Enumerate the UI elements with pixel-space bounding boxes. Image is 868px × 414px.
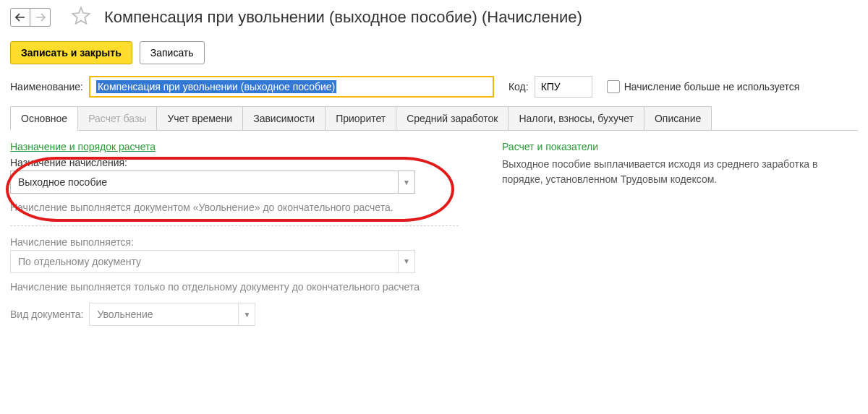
forward-button[interactable] [30, 8, 51, 27]
page-title: Компенсация при увольнении (выходное пос… [104, 8, 582, 27]
exec-label: Начисление выполняется: [10, 236, 459, 248]
doc-type-select[interactable]: Увольнение [89, 303, 238, 326]
tab-time[interactable]: Учет времени [156, 106, 243, 130]
save-button[interactable]: Записать [140, 41, 205, 64]
tab-desc[interactable]: Описание [644, 106, 712, 130]
section-purpose-title: Назначение и порядок расчета [10, 141, 459, 152]
code-input[interactable] [535, 76, 592, 98]
name-label: Наименование: [10, 81, 83, 92]
purpose-select[interactable]: Выходное пособие [10, 171, 398, 194]
exec-select[interactable]: По отдельному документу [10, 250, 398, 273]
doc-type-dropdown-icon[interactable]: ▼ [238, 303, 255, 326]
tab-base-calc[interactable]: Расчет базы [77, 106, 157, 130]
name-input[interactable]: Компенсация при увольнении (выходное пос… [89, 76, 494, 98]
purpose-dropdown-icon[interactable]: ▼ [398, 171, 415, 194]
calc-description: Выходное пособие выплачивается исходя из… [502, 157, 858, 187]
code-label: Код: [509, 81, 529, 92]
favorite-star-icon[interactable] [71, 6, 91, 28]
save-close-button[interactable]: Записать и закрыть [10, 41, 132, 64]
not-used-checkbox[interactable] [607, 80, 620, 93]
tab-main[interactable]: Основное [10, 106, 78, 131]
tab-avg-earn[interactable]: Средний заработок [396, 106, 509, 130]
doc-type-label: Вид документа: [10, 309, 83, 320]
tab-taxes[interactable]: Налоги, взносы, бухучет [508, 106, 644, 130]
not-used-checkbox-label[interactable]: Начисление больше не используется [607, 80, 800, 93]
purpose-info: Начисление выполняется документом «Уволь… [10, 201, 459, 215]
separator [10, 225, 459, 226]
tab-priority[interactable]: Приоритет [325, 106, 396, 130]
exec-dropdown-icon[interactable]: ▼ [398, 250, 415, 273]
back-button[interactable] [10, 8, 30, 27]
purpose-label: Назначение начисления: [10, 157, 459, 168]
tab-deps[interactable]: Зависимости [242, 106, 326, 130]
not-used-text: Начисление больше не используется [624, 81, 800, 92]
tabs: Основное Расчет базы Учет времени Зависи… [10, 106, 858, 131]
exec-info: Начисление выполняется только по отдельн… [10, 280, 459, 295]
section-calc-title: Расчет и показатели [502, 141, 858, 152]
